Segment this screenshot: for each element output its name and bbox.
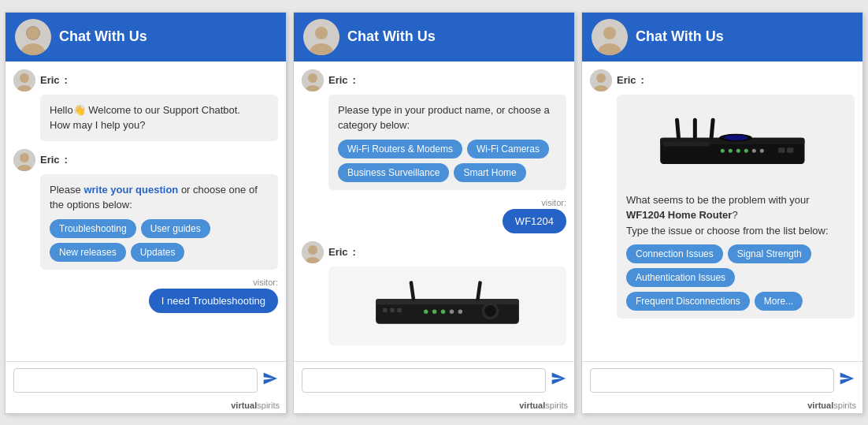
svg-point-29 bbox=[424, 309, 428, 313]
svg-point-52 bbox=[752, 148, 756, 152]
bot-message-p2-2: Eric: bbox=[302, 241, 566, 345]
bot-name-p2-2: Eric bbox=[328, 246, 348, 258]
chat-body-3: Eric: bbox=[582, 62, 862, 361]
svg-point-18 bbox=[308, 245, 317, 255]
visitor-bubble-2: WF1204 bbox=[503, 209, 566, 233]
bot-avatar-small-2 bbox=[13, 149, 35, 171]
bot-text-2: Please write your question or choose one… bbox=[50, 184, 258, 211]
footer-brand-3: virtualspirits bbox=[582, 399, 862, 413]
btn-group-p2: Wi-Fi Routers & Modems Wi-Fi Cameras Bus… bbox=[338, 140, 557, 182]
chat-footer-1 bbox=[6, 361, 286, 399]
visitor-row-1: visitor: I need Troubleshooting bbox=[13, 278, 278, 313]
svg-rect-46 bbox=[693, 117, 697, 139]
svg-point-51 bbox=[744, 148, 748, 152]
svg-point-35 bbox=[603, 27, 616, 39]
btn-wifi-routers[interactable]: Wi-Fi Routers & Modems bbox=[338, 140, 462, 158]
btn-frequent-disconnections[interactable]: Frequent Disconnections bbox=[626, 292, 750, 311]
btn-smart-home[interactable]: Smart Home bbox=[454, 163, 525, 182]
btn-group-1: Troubleshooting User guides New releases… bbox=[50, 219, 269, 262]
chat-panels-container: Chat With Us Eric: Hello👋 Welcome t bbox=[0, 4, 868, 422]
bot-text-p3-1: What seems to be the problem with your W… bbox=[626, 194, 829, 237]
bot-label-p2-2: Eric: bbox=[302, 241, 566, 263]
btn-connection-issues[interactable]: Connection Issues bbox=[626, 244, 723, 263]
svg-point-38 bbox=[596, 73, 606, 83]
send-button-2[interactable] bbox=[551, 371, 566, 390]
bot-avatar-small-p2-1 bbox=[302, 69, 324, 91]
avatar-3 bbox=[592, 19, 628, 55]
chat-header-2: Chat With Us bbox=[294, 13, 574, 62]
bot-label-p3-1: Eric: bbox=[590, 69, 855, 91]
bot-bubble-p2-1: Please type in your product name, or cho… bbox=[328, 95, 566, 190]
chat-header-3: Chat With Us bbox=[582, 13, 862, 62]
bot-text-1: Hello👋 Welcome to our Support Chatbot.Ho… bbox=[50, 104, 240, 132]
btn-updates[interactable]: Updates bbox=[131, 243, 185, 262]
bot-message-2: Eric: Please write your question or choo… bbox=[13, 149, 278, 270]
svg-rect-28 bbox=[476, 281, 482, 301]
send-button-3[interactable] bbox=[839, 371, 855, 390]
svg-point-32 bbox=[450, 309, 454, 313]
btn-business-surveillance[interactable]: Business Surveillance bbox=[338, 163, 449, 182]
visitor-row-2: visitor: WF1204 bbox=[302, 198, 566, 233]
footer-brand-2: virtualspirits bbox=[294, 399, 574, 413]
svg-rect-27 bbox=[409, 281, 415, 301]
header-title-1: Chat With Us bbox=[59, 28, 147, 45]
router-image-p3 bbox=[626, 103, 845, 186]
bot-text-p2-1: Please type in your product name, or cho… bbox=[338, 104, 550, 132]
header-title-2: Chat With Us bbox=[347, 28, 436, 45]
chat-body-1: Eric: Hello👋 Welcome to our Support Chat… bbox=[6, 62, 286, 361]
chat-panel-3: Chat With Us Eric: bbox=[581, 12, 863, 414]
bot-bubble-1: Hello👋 Welcome to our Support Chatbot.Ho… bbox=[40, 95, 278, 141]
bot-message-1: Eric: Hello👋 Welcome to our Support Chat… bbox=[13, 69, 278, 141]
bot-label-2: Eric: bbox=[13, 149, 278, 171]
btn-signal-strength[interactable]: Signal Strength bbox=[728, 244, 811, 263]
bot-label-1: Eric: bbox=[13, 69, 278, 91]
chat-input-1[interactable] bbox=[13, 368, 258, 393]
svg-point-6 bbox=[20, 73, 29, 83]
svg-rect-42 bbox=[663, 142, 709, 146]
chat-body-2: Eric: Please type in your product name, … bbox=[294, 62, 574, 361]
svg-rect-21 bbox=[376, 298, 519, 304]
svg-point-53 bbox=[760, 148, 764, 152]
btn-troubleshooting[interactable]: Troubleshooting bbox=[50, 219, 136, 238]
product-image-p2 bbox=[328, 267, 566, 345]
svg-point-12 bbox=[315, 27, 328, 39]
btn-more[interactable]: More... bbox=[755, 292, 803, 311]
svg-point-23 bbox=[484, 305, 496, 317]
bot-message-p2-1: Eric: Please type in your product name, … bbox=[302, 69, 566, 190]
chat-footer-3 bbox=[582, 361, 862, 399]
bot-bubble-p3-1: What seems to be the problem with your W… bbox=[617, 95, 855, 319]
chat-footer-2 bbox=[294, 361, 574, 399]
btn-user-guides[interactable]: User guides bbox=[141, 219, 210, 238]
btn-wifi-cameras[interactable]: Wi-Fi Cameras bbox=[467, 140, 549, 158]
svg-rect-47 bbox=[710, 117, 715, 139]
bot-avatar-small-p3-1 bbox=[590, 69, 612, 91]
svg-point-9 bbox=[20, 153, 29, 162]
footer-brand-1: virtualspirits bbox=[6, 399, 286, 413]
bot-avatar-small-p2-2 bbox=[302, 241, 324, 263]
svg-rect-24 bbox=[383, 308, 387, 311]
header-title-3: Chat With Us bbox=[636, 28, 724, 45]
btn-new-releases[interactable]: New releases bbox=[50, 243, 126, 262]
visitor-bubble-1: I need Troubleshooting bbox=[149, 289, 278, 313]
bot-avatar-small-1 bbox=[13, 69, 35, 91]
visitor-label-1: visitor: bbox=[253, 278, 278, 287]
bot-name-p3-1: Eric bbox=[617, 74, 636, 86]
svg-point-31 bbox=[441, 309, 445, 313]
send-button-1[interactable] bbox=[262, 371, 278, 390]
svg-rect-44 bbox=[787, 147, 793, 153]
svg-rect-25 bbox=[390, 308, 394, 311]
btn-auth-issues[interactable]: Authentication Issues bbox=[626, 268, 735, 287]
bot-message-p3-1: Eric: bbox=[590, 69, 855, 319]
bot-bubble-2: Please write your question or choose one… bbox=[40, 174, 278, 270]
bot-label-p2-1: Eric: bbox=[302, 69, 566, 91]
bot-name-p2-1: Eric bbox=[328, 74, 348, 86]
svg-point-48 bbox=[721, 148, 725, 152]
svg-point-49 bbox=[729, 148, 733, 152]
svg-rect-43 bbox=[778, 147, 785, 153]
chat-input-3[interactable] bbox=[590, 368, 834, 393]
svg-point-3 bbox=[27, 27, 39, 39]
svg-point-33 bbox=[458, 309, 462, 313]
chat-input-2[interactable] bbox=[302, 368, 546, 393]
chat-header-1: Chat With Us bbox=[6, 13, 286, 62]
svg-point-55 bbox=[724, 135, 747, 140]
